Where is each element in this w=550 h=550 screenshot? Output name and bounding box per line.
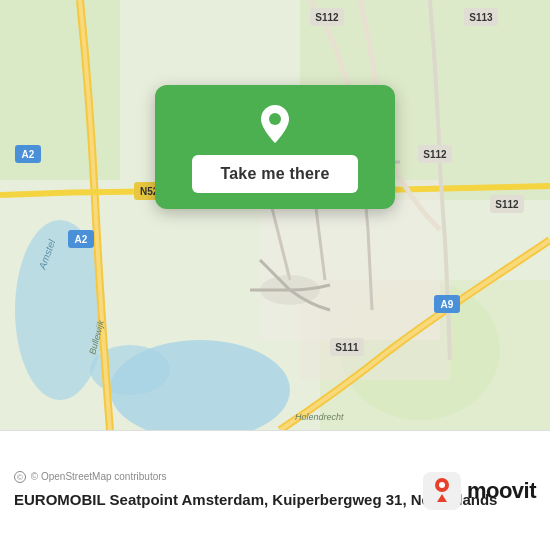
moovit-logo: moovit [423, 472, 536, 510]
svg-text:S112: S112 [315, 12, 339, 23]
moovit-brand-icon [423, 472, 461, 510]
copyright-text: © OpenStreetMap contributors [31, 471, 167, 482]
bottom-bar: © © OpenStreetMap contributors EUROMOBIL… [0, 430, 550, 550]
location-pin-icon [257, 103, 293, 145]
svg-text:S111: S111 [335, 342, 359, 353]
svg-text:Holendrecht: Holendrecht [295, 412, 344, 422]
svg-text:S112: S112 [423, 149, 447, 160]
popup-card: Take me there [155, 85, 395, 209]
moovit-brand-text: moovit [467, 478, 536, 504]
map-container: A2 A2 N522 S112 S112 S112 S113 A9 S111 A… [0, 0, 550, 430]
svg-text:A2: A2 [22, 149, 35, 160]
svg-point-36 [439, 482, 445, 488]
svg-text:A9: A9 [441, 299, 454, 310]
svg-text:S113: S113 [469, 12, 493, 23]
svg-point-32 [269, 113, 281, 125]
take-me-there-button[interactable]: Take me there [192, 155, 357, 193]
map-background: A2 A2 N522 S112 S112 S112 S113 A9 S111 A… [0, 0, 550, 430]
svg-text:S112: S112 [495, 199, 519, 210]
svg-text:A2: A2 [75, 234, 88, 245]
copyright-icon: © [14, 471, 26, 483]
